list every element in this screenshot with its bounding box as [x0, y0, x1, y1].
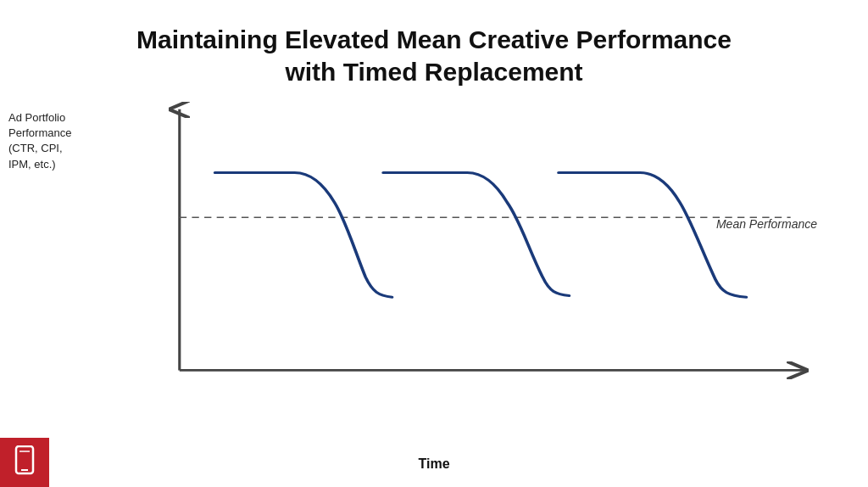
slide-title: Maintaining Elevated Mean Creative Perfo…: [0, 0, 868, 87]
chart-area: Mean Performance: [68, 102, 817, 419]
slide: Maintaining Elevated Mean Creative Perfo…: [0, 0, 868, 487]
logo-icon: [13, 445, 36, 479]
chart-svg: [144, 102, 817, 385]
curve3: [559, 173, 746, 298]
title-line2: with Timed Replacement: [0, 56, 868, 88]
curve2: [383, 173, 569, 296]
mean-performance-label: Mean Performance: [716, 217, 817, 231]
x-axis-label: Time: [418, 456, 449, 472]
curve1: [215, 173, 392, 298]
y-axis-label: Ad Portfolio Performance (CTR, CPI, IPM,…: [8, 110, 76, 172]
logo-box: [0, 438, 49, 487]
title-line1: Maintaining Elevated Mean Creative Perfo…: [0, 24, 868, 56]
